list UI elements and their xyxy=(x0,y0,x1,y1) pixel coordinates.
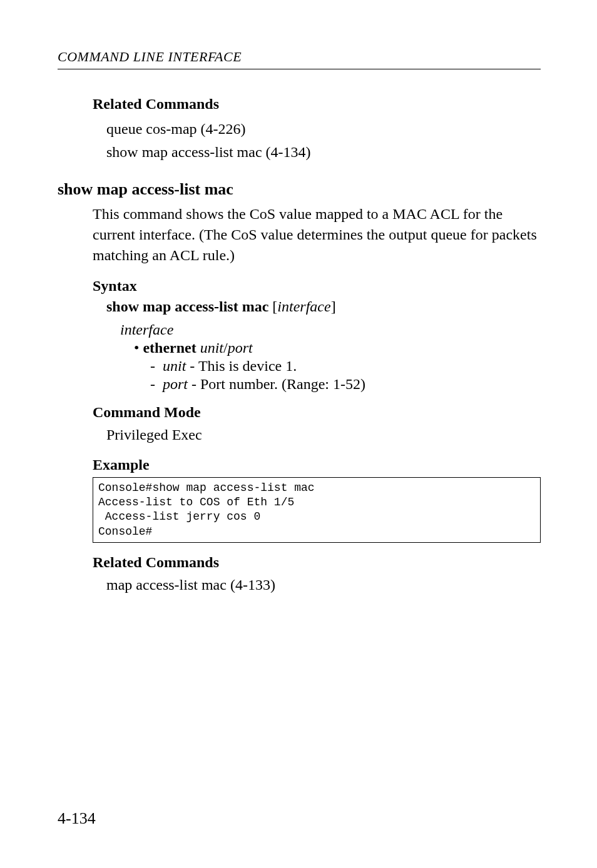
port-word-1: port xyxy=(228,340,253,356)
port-desc: Port number. (Range: 1-52) xyxy=(200,376,365,392)
example-heading: Example xyxy=(93,457,541,473)
syntax-heading: Syntax xyxy=(93,278,541,295)
related-commands-heading-1: Related Commands xyxy=(93,96,541,113)
syntax-line: show map access-list mac [interface] xyxy=(106,298,541,315)
syntax-interface-italic: interface xyxy=(277,298,330,315)
running-header: COMMAND LINE INTERFACE xyxy=(58,49,541,69)
syntax-bracket-close: ] xyxy=(331,298,336,315)
port-desc-prefix: - xyxy=(188,376,200,392)
port-word-2: port xyxy=(163,376,188,392)
syntax-bracket-open: [ xyxy=(268,298,277,315)
related-cmd-line-2: show map access-list mac (4-134) xyxy=(106,142,541,163)
slash: / xyxy=(223,340,228,356)
related-cmd-line-1: queue cos-map (4-226) xyxy=(106,119,541,139)
unit-word-1: unit xyxy=(200,340,223,356)
command-mode-heading: Command Mode xyxy=(93,404,541,421)
unit-desc-line: - unit - This is device 1. xyxy=(150,358,541,375)
command-title: show map access-list mac xyxy=(58,180,541,199)
related-commands-heading-2: Related Commands xyxy=(93,554,541,571)
command-mode-value: Privileged Exec xyxy=(106,425,541,445)
interface-param: interface xyxy=(120,321,541,338)
related-cmd-line-3: map access-list mac (4-133) xyxy=(106,575,541,595)
ethernet-label: ethernet xyxy=(143,340,196,356)
console-output: Console#show map access-list mac Access-… xyxy=(93,477,541,543)
unit-word-2: unit xyxy=(163,358,186,374)
port-desc-line: - port - Port number. (Range: 1-52) xyxy=(150,376,541,393)
unit-desc-prefix: - xyxy=(186,358,198,374)
unit-desc: This is device 1. xyxy=(198,358,297,374)
page-number: 4-134 xyxy=(58,809,96,828)
syntax-bold: show map access-list mac xyxy=(106,298,268,315)
command-description: This command shows the CoS value mapped … xyxy=(93,204,541,266)
ethernet-bullet: • ethernet unit/port xyxy=(134,340,541,356)
